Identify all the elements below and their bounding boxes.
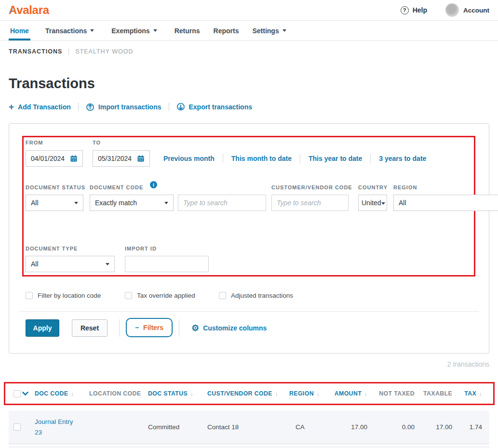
breadcrumb-section[interactable]: TRANSACTIONS xyxy=(9,48,62,55)
cell-amount: 17.00 xyxy=(323,423,367,431)
document-status-label: DOCUMENT STATUS xyxy=(26,184,85,190)
column-header-location-code: LOCATION CODE xyxy=(89,390,148,397)
minus-icon: − xyxy=(135,324,139,331)
column-header-tax[interactable]: TAX ↓ xyxy=(452,390,482,397)
region-label: REGION xyxy=(393,184,417,190)
account-label: Account xyxy=(463,7,489,14)
document-status-select[interactable]: All xyxy=(26,195,83,211)
add-transaction-button[interactable]: + Add Transaction xyxy=(9,102,71,111)
reset-button[interactable]: Reset xyxy=(72,319,108,337)
calendar-icon[interactable] xyxy=(70,155,78,162)
chevron-down-icon xyxy=(153,29,157,32)
tax-override-checkbox[interactable] xyxy=(125,292,132,299)
column-header-region[interactable]: REGION ↓ xyxy=(289,390,323,397)
info-icon[interactable]: i xyxy=(150,181,157,188)
from-date-input[interactable]: 04/01/2024 xyxy=(26,150,83,167)
this-year-to-date-link[interactable]: This year to date xyxy=(309,155,362,162)
divider xyxy=(119,319,120,337)
to-date-input[interactable]: 05/31/2024 xyxy=(93,150,150,167)
from-label: FROM xyxy=(26,140,43,145)
avalara-logo-text: Avalara xyxy=(9,3,49,16)
adjusted-transactions-checkbox[interactable] xyxy=(219,292,226,299)
divider xyxy=(78,103,79,111)
divider xyxy=(223,154,223,163)
chevron-down-icon xyxy=(164,202,168,204)
column-header-amount[interactable]: AMOUNT ↓ xyxy=(323,390,367,397)
table-header-row: DOC CODE ↓ LOCATION CODE DOC STATUS ↓ CU… xyxy=(9,383,486,404)
help-button[interactable]: ? Help xyxy=(401,6,427,14)
tax-override-checkbox-group: Tax override applied xyxy=(125,292,195,299)
nav-item-exemptions[interactable]: Exemptions xyxy=(110,21,158,40)
document-type-label: DOCUMENT TYPE xyxy=(26,246,78,251)
column-header-not-taxed: NOT TAXED xyxy=(367,390,415,397)
filter-by-location-checkbox[interactable] xyxy=(26,292,33,299)
logo-check-icon: ✓ xyxy=(8,7,14,14)
country-label: COUNTRY xyxy=(358,184,388,190)
adjusted-transactions-checkbox-group: Adjusted transactions xyxy=(219,292,293,299)
chevron-down-icon xyxy=(90,29,94,32)
avalara-logo[interactable]: Avalara ✓ xyxy=(9,3,49,17)
nav-item-settings[interactable]: Settings xyxy=(251,21,287,40)
customer-vendor-code-label: CUSTOMER/VENDOR CODE xyxy=(271,184,352,190)
table-header-annotation: DOC CODE ↓ LOCATION CODE DOC STATUS ↓ CU… xyxy=(4,382,495,405)
country-select[interactable]: United xyxy=(358,195,387,211)
chevron-down-icon[interactable] xyxy=(22,392,35,396)
nav-item-reports[interactable]: Reports xyxy=(212,21,241,40)
help-icon: ? xyxy=(401,6,409,14)
document-code-search-input[interactable] xyxy=(178,195,266,211)
table-row: Journal Entry 23 Committed Contact 18 CA… xyxy=(9,410,489,444)
chevron-down-icon xyxy=(381,202,385,205)
chevron-down-icon xyxy=(283,29,286,32)
apply-button[interactable]: Apply xyxy=(26,319,59,337)
page-title: Transactions xyxy=(9,76,95,92)
nav-item-returns[interactable]: Returns xyxy=(173,21,202,40)
customize-columns-button[interactable]: ⚙ Customize columns xyxy=(191,319,267,337)
filters-toggle-button[interactable]: − Filters xyxy=(126,318,173,337)
nav-item-transactions[interactable]: Transactions xyxy=(44,21,95,40)
document-code-label: DOCUMENT CODE xyxy=(90,184,143,190)
breadcrumb: TRANSACTIONS STEALTHY WOOD xyxy=(9,48,134,55)
select-all-checkbox[interactable] xyxy=(13,390,21,397)
column-header-doc-status[interactable]: DOC STATUS ↓ xyxy=(148,390,207,397)
cell-doc-status: Committed xyxy=(148,423,207,431)
cell-tax: 1.74 xyxy=(452,423,482,431)
three-years-to-date-link[interactable]: 3 years to date xyxy=(379,155,426,162)
account-button[interactable]: Account xyxy=(445,3,489,17)
page-actions: + Add Transaction Import transactions Ex… xyxy=(9,102,252,111)
this-month-to-date-link[interactable]: This month to date xyxy=(231,155,292,162)
top-bar: Avalara ✓ ? Help Account xyxy=(0,0,498,21)
cell-not-taxed: 0.00 xyxy=(367,423,415,431)
upload-icon xyxy=(86,103,94,111)
cell-region: CA xyxy=(289,423,323,431)
calendar-icon[interactable] xyxy=(137,155,145,162)
topbar-right: ? Help Account xyxy=(401,3,489,17)
main-nav: Home Transactions Exemptions Returns Rep… xyxy=(0,21,498,41)
export-transactions-button[interactable]: Export transactions xyxy=(176,103,252,111)
previous-month-link[interactable]: Previous month xyxy=(163,155,215,162)
row-checkbox[interactable] xyxy=(13,423,21,431)
help-label: Help xyxy=(413,6,427,14)
sort-icon: ↓ xyxy=(275,391,278,396)
document-code-match-select[interactable]: Exactly match xyxy=(90,195,174,211)
filter-by-location-checkbox-group: Filter by location code xyxy=(26,292,101,299)
customer-vendor-search-input[interactable] xyxy=(271,195,349,211)
column-header-doc-code[interactable]: DOC CODE ↓ xyxy=(35,390,89,397)
document-type-select[interactable]: All xyxy=(26,256,115,272)
import-id-label: IMPORT ID xyxy=(125,246,157,251)
region-select[interactable]: All xyxy=(393,195,498,211)
sort-icon: ↓ xyxy=(190,391,193,396)
breadcrumb-subsection: STEALTHY WOOD xyxy=(75,48,133,55)
quick-date-ranges: Previous month This month to date This y… xyxy=(163,150,426,167)
sort-icon: ↓ xyxy=(317,391,320,396)
gear-icon: ⚙ xyxy=(191,324,199,332)
divider xyxy=(19,311,479,312)
import-id-input[interactable] xyxy=(125,256,209,272)
import-transactions-button[interactable]: Import transactions xyxy=(86,103,162,111)
chevron-down-icon xyxy=(106,263,109,265)
column-header-cust-vendor-code[interactable]: CUST/VENDOR CODE ↓ xyxy=(207,390,289,397)
divider xyxy=(300,154,300,163)
doc-code-link[interactable]: Journal Entry 23 xyxy=(35,417,79,438)
filter-panel: FROM 04/01/2024 TO 05/31/2024 Previous m… xyxy=(9,123,489,354)
breadcrumb-divider xyxy=(68,48,69,55)
nav-item-home[interactable]: Home xyxy=(9,21,30,40)
